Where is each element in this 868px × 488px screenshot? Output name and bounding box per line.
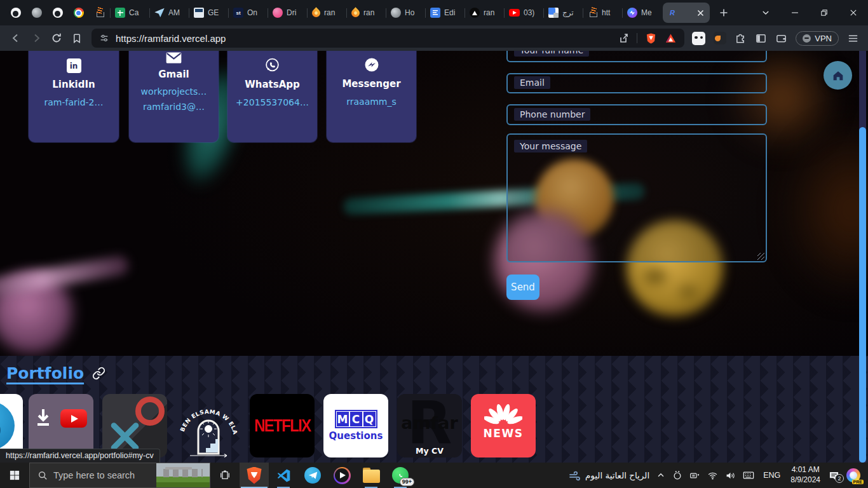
contact-link[interactable]: +2015537064… — [236, 96, 309, 109]
menu-icon[interactable] — [847, 32, 859, 44]
tab[interactable]: Edi — [426, 2, 465, 24]
taskbar-search[interactable] — [29, 463, 210, 488]
portfolio-item-netflix[interactable]: NETFLIX — [250, 394, 315, 458]
speaker-icon[interactable] — [725, 471, 736, 480]
contact-card-gmail[interactable]: Gmail workprojects… ramfarid3@… — [129, 51, 219, 142]
url-text[interactable]: https://ramfarid.vercel.app — [116, 33, 611, 44]
sidebar-icon[interactable] — [755, 32, 767, 44]
contact-card-whatsapp[interactable]: WhatsApp +2015537064… — [227, 51, 317, 142]
wallet-icon[interactable] — [775, 32, 787, 44]
resize-handle[interactable] — [757, 253, 764, 260]
site-settings-icon[interactable] — [99, 33, 109, 43]
new-tab-button[interactable] — [715, 4, 733, 22]
portfolio-item-my-cv[interactable]: R amfar My CV — [397, 394, 462, 458]
wifi-icon[interactable] — [707, 471, 718, 480]
link-chain-icon[interactable] — [92, 367, 105, 380]
vpn-button[interactable]: VPN — [796, 31, 839, 46]
taskbar-weather[interactable]: الرياح العاتية اليوم — [569, 470, 649, 481]
contact-link[interactable]: rraaamm_s — [346, 95, 397, 108]
search-daily-image[interactable] — [156, 463, 210, 487]
tray-sync-icon[interactable] — [672, 470, 682, 480]
taskbar-app-media-player[interactable] — [327, 463, 356, 488]
phone-field[interactable]: Phone number — [506, 104, 767, 125]
contact-link[interactable]: ramfarid3@… — [143, 100, 205, 113]
bookmark-icon[interactable] — [67, 29, 86, 48]
forward-button[interactable] — [27, 29, 46, 48]
email-field[interactable]: Email — [506, 73, 767, 93]
tab[interactable]: AM — [150, 2, 189, 24]
tab[interactable]: htt — [583, 2, 622, 24]
send-button[interactable]: Send — [506, 274, 539, 300]
scrollbar-thumb[interactable] — [859, 127, 866, 463]
tab[interactable]: ترج — [544, 2, 583, 24]
portfolio-item-partial-app[interactable] — [0, 394, 23, 458]
contact-link[interactable]: workprojects… — [141, 85, 207, 98]
taskbar-app-file-explorer[interactable] — [356, 463, 386, 488]
tab[interactable]: Me — [623, 2, 661, 24]
portfolio-item-ben-elsama-w-elard[interactable]: BEN ELSAMA W ELARD — [176, 394, 241, 458]
taskbar-app-telegram[interactable] — [298, 463, 327, 488]
search-input[interactable] — [53, 470, 149, 480]
taskbar-app-brave[interactable] — [240, 463, 269, 488]
portfolio-item-nbc-news[interactable]: NEWS — [471, 394, 536, 458]
message-textarea[interactable]: Your message — [506, 133, 767, 262]
power-plug-icon[interactable] — [689, 471, 700, 480]
start-button[interactable] — [0, 463, 29, 488]
language-indicator[interactable]: ENG — [761, 471, 782, 480]
window-controls — [751, 0, 868, 25]
contact-link[interactable]: ram-farid-2… — [44, 96, 103, 109]
share-icon[interactable] — [618, 32, 629, 44]
brave-rewards-icon[interactable] — [665, 32, 677, 44]
tab-pinned-chrome[interactable] — [68, 2, 89, 24]
touch-keyboard-icon[interactable] — [743, 471, 754, 480]
tab-active-ramfarid[interactable]: R — [663, 3, 710, 23]
taskbar-clock[interactable]: 4:01 AM 8/9/2024 — [789, 465, 822, 485]
tab[interactable]: Ca — [111, 2, 149, 24]
portfolio-item-tic-tac-toe[interactable] — [102, 394, 167, 458]
tab-pinned-github-2[interactable] — [47, 2, 68, 24]
taskbar-app-vscode[interactable] — [269, 463, 298, 488]
nbc-peacock-icon — [484, 399, 522, 426]
tab[interactable]: Dri — [268, 2, 307, 24]
tab-search-chevron-icon[interactable] — [751, 0, 780, 25]
tab-pinned-globe[interactable] — [26, 2, 47, 24]
nbc-news-text: NEWS — [484, 427, 524, 440]
portfolio-title-link[interactable]: Portfolio — [6, 364, 84, 383]
urlbar-actions — [618, 32, 677, 44]
extension-icon-2[interactable] — [714, 32, 726, 44]
page-scrollbar[interactable] — [859, 51, 866, 463]
contact-card-linkedin[interactable]: in LinkidIn ram-farid-2… — [29, 51, 119, 142]
full-name-field[interactable]: Your full name — [506, 51, 767, 62]
address-bar[interactable]: https://ramfarid.vercel.app — [92, 29, 684, 48]
window-restore-button[interactable] — [810, 0, 839, 25]
portfolio-item-mcq-questions[interactable]: M C Q Questions — [323, 394, 388, 458]
extension-icon[interactable] — [692, 32, 705, 45]
contact-card-messenger[interactable]: Messenger rraaamm_s — [327, 51, 416, 142]
home-button[interactable] — [824, 61, 852, 90]
taskbar-app-whatsapp[interactable]: 99+ — [386, 463, 415, 488]
tab-pinned-github[interactable] — [5, 2, 26, 24]
brave-shield-icon[interactable] — [645, 32, 657, 44]
tab[interactable]: ran — [308, 2, 346, 24]
portfolio-item-youtube-downloader[interactable]: wnload YouTube Vi — [29, 394, 93, 458]
tab[interactable]: Ho — [386, 2, 425, 24]
extensions-puzzle-icon[interactable] — [735, 32, 747, 44]
back-button[interactable] — [6, 29, 25, 48]
window-minimize-button[interactable] — [780, 0, 810, 25]
tab-close-icon[interactable] — [695, 8, 705, 18]
task-view-button[interactable] — [210, 463, 240, 488]
tab[interactable]: ran — [347, 2, 386, 24]
tab-pinned-stackoverflow[interactable] — [89, 2, 110, 24]
notification-center-button[interactable]: 2 — [829, 471, 839, 480]
tab-label: Ho — [405, 8, 421, 17]
tray-chevron-up-icon[interactable] — [656, 471, 665, 480]
window-close-button[interactable] — [839, 0, 868, 25]
copilot-icon[interactable]: PRE — [846, 468, 860, 482]
tab[interactable]: ran — [465, 2, 504, 24]
divider — [637, 33, 637, 43]
flame-icon — [349, 7, 361, 18]
tab[interactable]: GE — [189, 2, 228, 24]
tab[interactable]: 03) — [505, 2, 543, 24]
tab[interactable]: stOn — [229, 2, 268, 24]
reload-button[interactable] — [47, 29, 66, 48]
